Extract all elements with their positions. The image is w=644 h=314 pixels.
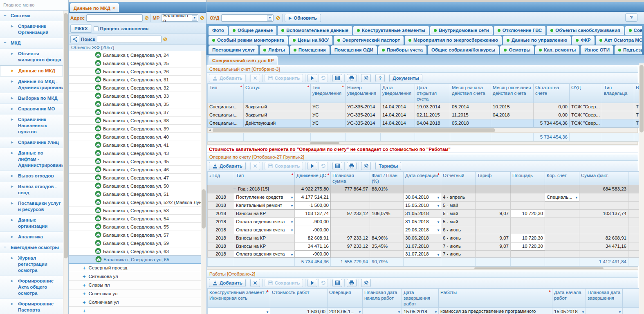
run-button[interactable] bbox=[307, 279, 317, 287]
cell[interactable]: 34 471,16 bbox=[295, 242, 331, 251]
list-item-house[interactable]: Балашиха г, Свердлова ул, 35 bbox=[69, 100, 206, 108]
percent-checkbox[interactable] bbox=[94, 26, 99, 31]
list-item-house[interactable]: Балашиха г, Свердлова ул, 31 bbox=[69, 76, 206, 84]
list-item-house[interactable]: Балашиха г, Свердлова ул, 43 bbox=[69, 149, 206, 157]
cell[interactable]: Поступление средств▼ bbox=[234, 193, 295, 202]
list-item-street-partial[interactable]: + bbox=[69, 307, 206, 314]
column-header[interactable]: ▴Год bbox=[208, 172, 234, 185]
list-item-house[interactable]: Балашиха г, Свердлова ул, 33 bbox=[69, 92, 206, 100]
column-header[interactable]: Операция bbox=[328, 289, 363, 308]
sidebar-item[interactable]: ▸Выборка по МКД bbox=[0, 93, 63, 104]
scrollbar-thumb[interactable] bbox=[310, 142, 339, 144]
oud-select[interactable]: ▼ bbox=[221, 14, 274, 22]
list-item-house[interactable]: Балашиха г, Свердлова ул, 47 bbox=[69, 174, 206, 182]
sidebar-item[interactable]: ▸Журнал регистрации осмотра bbox=[0, 253, 63, 276]
sidebar-scrollbar[interactable] bbox=[63, 11, 68, 314]
tab-фото[interactable]: Фото bbox=[209, 26, 228, 35]
tariffs-button[interactable]: Тарифы bbox=[375, 162, 401, 170]
column-header[interactable]: Месяц окончания действия счета bbox=[491, 84, 534, 103]
table-row[interactable]: 2018Оплата ведения счета▼-900,0029.06.20… bbox=[208, 226, 640, 234]
tab-энергетический-паспорт[interactable]: Энергетический паспорт bbox=[334, 36, 404, 45]
cell[interactable]: 31.05.2018▼ bbox=[404, 218, 441, 226]
sidebar-item[interactable]: −Система bbox=[0, 11, 63, 21]
sidebar-item[interactable]: ▸Справочник Улиц bbox=[0, 137, 63, 148]
list-item-house[interactable]: Балашиха г, Свердлова ул, 41 bbox=[69, 141, 206, 149]
tab-помещения-оди[interactable]: Помещения ОДИ bbox=[331, 45, 377, 54]
explorer-scrollbar[interactable] bbox=[201, 51, 206, 314]
clear-icon[interactable]: ⊘ bbox=[163, 36, 168, 42]
sidebar-item[interactable]: ▸Справочник МО bbox=[0, 104, 63, 114]
column-header[interactable]: Тип уведомления* bbox=[311, 84, 346, 103]
cell[interactable]: 15.05.2018▼ bbox=[552, 308, 586, 314]
list-item-street[interactable]: +Славы пл bbox=[69, 281, 206, 289]
sidebar-item[interactable]: −МКД bbox=[0, 38, 63, 49]
column-header[interactable]: Стоимость работ bbox=[270, 289, 328, 308]
dropdown-arrow-icon[interactable]: ▼ bbox=[575, 195, 578, 201]
list-item-house[interactable]: Балашиха г, Свердлова ул, 40 bbox=[69, 133, 206, 141]
column-header[interactable]: Тип владельца bbox=[602, 84, 634, 103]
dropdown-arrow-icon[interactable]: ▼ bbox=[618, 309, 622, 314]
tab-конструктивные-элементы[interactable]: Конструктивные элементы bbox=[353, 26, 429, 35]
run-button[interactable] bbox=[307, 74, 317, 82]
table-row[interactable]: 2018Капитальный ремонт▼-1 500,0015.05.20… bbox=[208, 202, 640, 210]
column-header[interactable]: Отчетный bbox=[441, 172, 476, 185]
horizontal-scrollbar[interactable]: ◄ bbox=[207, 128, 638, 133]
group-row[interactable]: −Год : 2018 [15]4 922 275,80777 864,9788… bbox=[208, 185, 640, 193]
table-row[interactable]: ▼1 500,002018-05-1...▼▼15.05.2018▼комисс… bbox=[208, 308, 640, 314]
sidebar-item[interactable]: ▸Данные по МКД - Администрирование bbox=[0, 76, 63, 93]
list-item-house[interactable]: Балашиха г, Свердлова ул, 50 bbox=[69, 182, 206, 190]
cell[interactable]: 15.05.2018▼ bbox=[402, 308, 439, 314]
dropdown-arrow-icon[interactable]: ▼ bbox=[437, 219, 440, 226]
cell[interactable]: 4 177 514,21 bbox=[295, 193, 331, 202]
cell[interactable]: 103 137,74 bbox=[295, 210, 331, 218]
sidebar-item[interactable]: ▸Формирование Паспорта готовности МКД bbox=[0, 299, 63, 314]
tab-кап-ремонты[interactable]: Кап. ремонты bbox=[535, 45, 579, 54]
save-button[interactable]: Сохранить bbox=[265, 279, 303, 287]
documents-button[interactable]: Документы bbox=[389, 74, 422, 82]
expand-plus-icon[interactable]: + bbox=[83, 282, 86, 288]
sidebar-item[interactable]: ▸Справочник Населенных пунктов bbox=[0, 114, 63, 137]
tab-мероприятия-по-энергосбережению[interactable]: Мероприятия по энергосбережению bbox=[405, 36, 502, 45]
list-item-house[interactable]: Балашиха г, Свердлова ул, 63 bbox=[69, 247, 206, 256]
list-item-house[interactable]: Балашиха г, Свердлова ул, 65 bbox=[69, 256, 206, 264]
tab-поставщики-услуг[interactable]: Поставщики услуг bbox=[209, 45, 258, 54]
column-header[interactable]: Дата уведомления bbox=[381, 84, 415, 103]
export-grid-button[interactable] bbox=[332, 74, 342, 82]
dropdown-arrow-icon[interactable]: ▼ bbox=[437, 203, 440, 209]
summary-row[interactable]: 5 734 454,361 555 729,9490,79%1 412 491,… bbox=[208, 258, 640, 266]
expand-plus-icon[interactable]: + bbox=[83, 308, 86, 314]
table-help-button[interactable]: ? bbox=[375, 74, 385, 82]
refresh-button[interactable]: ▶ Обновить bbox=[285, 14, 321, 22]
cell[interactable]: 10 720,30 bbox=[511, 210, 545, 218]
clear-icon[interactable]: ⊘ bbox=[200, 15, 204, 20]
list-item-house[interactable]: Балашиха г, Свердлова ул, 59 bbox=[69, 239, 206, 247]
column-header[interactable]: Сумма факт. bbox=[579, 172, 628, 185]
sidebar-item[interactable]: ▸Данные по лифтам - Администрирование bbox=[0, 148, 63, 171]
list-item-house[interactable]: Балашиха г, Свердлова ул, 38 bbox=[69, 117, 206, 125]
tab-фкр[interactable]: ФКР bbox=[572, 36, 595, 45]
tab-лифты[interactable]: Лифты bbox=[260, 45, 289, 54]
cell[interactable]: 30.04.2018▼ bbox=[404, 193, 441, 202]
column-header[interactable]: Факт / План (%) bbox=[370, 172, 404, 185]
table-row[interactable]: Специальн...ЗакрытыйУСУС-335-201414.04.2… bbox=[208, 103, 640, 111]
save-button[interactable]: Сохранить bbox=[265, 162, 303, 170]
expand-plus-icon[interactable]: + bbox=[83, 265, 86, 271]
column-header[interactable]: Месяц начала действия счета bbox=[450, 84, 491, 103]
cell[interactable]: ▼ bbox=[586, 308, 623, 314]
list-item-house[interactable]: Балашиха г, Свердлова ул, 25 bbox=[69, 59, 206, 67]
cell[interactable]: 82 608,91 bbox=[295, 234, 331, 242]
cell[interactable]: 10 720,30 bbox=[511, 242, 545, 251]
table-row[interactable]: Специальн...ДействующийУСУС-335-201414.0… bbox=[208, 119, 640, 128]
add-button[interactable]: Добавить bbox=[209, 74, 246, 82]
tab-приборы-учета[interactable]: Приборы учета bbox=[378, 45, 426, 54]
table-row[interactable]: 2018Поступление средств▼4 177 514,2130.0… bbox=[208, 193, 640, 202]
scrollbar-thumb[interactable] bbox=[640, 65, 644, 132]
settings-button[interactable] bbox=[361, 74, 371, 82]
chevron-down-icon[interactable]: ▼ bbox=[192, 15, 197, 21]
tab-внутридомовые-сети[interactable]: Внутридомовые сети bbox=[430, 26, 493, 35]
list-item-house[interactable]: Балашиха г, Свердлова ул, 26 bbox=[69, 67, 206, 76]
cell[interactable]: Специаль...▼ bbox=[545, 193, 579, 202]
cell[interactable]: Оплата ведения счета▼ bbox=[234, 251, 295, 258]
cell[interactable]: -900,00 bbox=[295, 251, 331, 258]
table-row[interactable]: 2018Взносы на КР82 608,9197 233,1284,96%… bbox=[208, 234, 640, 242]
